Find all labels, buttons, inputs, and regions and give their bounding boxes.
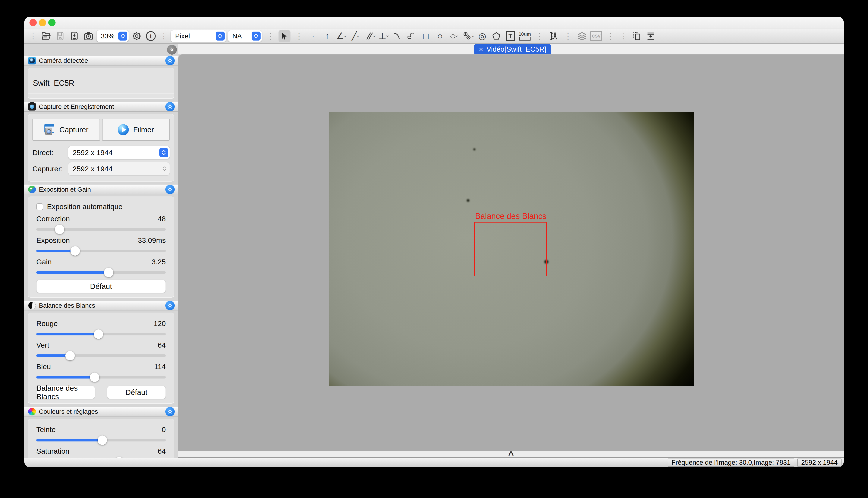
point-tool-button[interactable]: · xyxy=(307,30,319,42)
white-balance-button[interactable]: Balance des Blancs xyxy=(36,386,95,399)
timed-capture-button[interactable] xyxy=(82,30,94,42)
scale-bar-icon: 10um xyxy=(519,32,531,41)
hue-slider-thumb[interactable] xyxy=(98,435,107,445)
camera-panel-header[interactable]: Caméra détectée xyxy=(24,56,178,66)
toolbar-divider: ⋮ xyxy=(533,32,545,40)
blue-slider-thumb[interactable] xyxy=(90,372,99,382)
pointer-tool-button[interactable] xyxy=(279,30,291,42)
capture-button[interactable]: Capturer xyxy=(33,119,100,141)
slider-value: 48 xyxy=(158,215,166,223)
collapse-panel-button[interactable] xyxy=(165,102,175,112)
bottom-panel-strip: ^ xyxy=(178,451,844,458)
layers-button[interactable] xyxy=(576,30,588,42)
rectangle-tool-button[interactable]: □ xyxy=(420,30,432,42)
polygon-tool-button[interactable] xyxy=(490,30,502,42)
arrow-tool-button[interactable]: ↑ xyxy=(321,30,333,42)
circle-tool-button[interactable]: ○ xyxy=(434,30,446,42)
white-balance-default-button[interactable]: Défaut xyxy=(107,386,166,399)
record-play-icon xyxy=(118,124,129,135)
red-slider-thumb[interactable] xyxy=(94,329,103,339)
arc-tool-button[interactable] xyxy=(392,30,404,42)
collapse-panel-button[interactable] xyxy=(165,56,175,65)
sidebar-top-strip: « xyxy=(24,44,178,56)
blue-slider-group: Bleu 114 xyxy=(36,363,166,379)
measurements-tool-button[interactable] xyxy=(547,30,559,42)
dust-speck xyxy=(473,148,475,150)
text-tool-button[interactable]: T xyxy=(505,30,516,42)
hue-slider-track[interactable] xyxy=(36,439,166,442)
video-tab[interactable]: × Vidéo[Swift_EC5R] xyxy=(474,44,551,54)
zoom-stepper[interactable] xyxy=(118,31,127,41)
slider-fill xyxy=(36,271,109,274)
live-resolution-value: 2592 x 1944 xyxy=(73,148,113,157)
ellipse-tool-button[interactable]: ○› xyxy=(448,30,460,42)
toolbar-divider: ⋮ xyxy=(562,32,574,40)
curve-tool-button[interactable] xyxy=(406,30,418,42)
slider-label: Saturation xyxy=(36,447,69,455)
auto-exposure-checkbox[interactable] xyxy=(36,204,43,210)
resolution-status: 2592 x 1944 xyxy=(797,459,842,467)
minimize-window-button[interactable] xyxy=(39,19,46,26)
red-slider-track[interactable] xyxy=(36,333,166,336)
collapse-panel-button[interactable] xyxy=(165,301,175,310)
capture-panel-header[interactable]: Capture et Enregistrement xyxy=(24,102,178,112)
live-video-frame[interactable]: Balance des Blancs xyxy=(329,112,694,386)
green-slider-thumb[interactable] xyxy=(65,351,75,361)
na-select-value: NA xyxy=(232,32,242,40)
text-tool-icon: T xyxy=(506,31,515,41)
close-tab-icon[interactable]: × xyxy=(479,45,483,53)
saturation-slider-group: Saturation 64 xyxy=(36,447,166,458)
line-tool-button[interactable]: ╱› xyxy=(349,30,361,42)
zoom-window-button[interactable] xyxy=(48,19,55,26)
sidebar-collapse-button[interactable]: « xyxy=(167,45,177,55)
unit-stepper[interactable] xyxy=(216,31,225,41)
record-button[interactable]: Filmer xyxy=(102,119,169,141)
white-balance-roi-rect[interactable]: Balance des Blancs xyxy=(474,222,547,276)
info-button[interactable]: i xyxy=(145,30,157,42)
auto-exposure-label: Exposition automatique xyxy=(47,202,123,211)
correction-slider-thumb[interactable] xyxy=(55,225,64,234)
exposure-default-button[interactable]: Défaut xyxy=(36,280,166,293)
parallel-lines-tool-button[interactable]: › xyxy=(363,30,375,42)
blue-slider-track[interactable] xyxy=(36,376,166,379)
live-resolution-stepper[interactable] xyxy=(159,148,168,157)
gain-slider-track[interactable] xyxy=(36,271,166,274)
snap-resolution-select[interactable]: 2592 x 1944 xyxy=(68,162,169,175)
camera-icon xyxy=(28,103,36,110)
settings-gear-button[interactable] xyxy=(131,30,143,42)
save-button[interactable] xyxy=(54,30,66,42)
collapse-panel-button[interactable] xyxy=(165,407,175,416)
perpendicular-tool-button[interactable]: ⊥› xyxy=(378,30,390,42)
concentric-circles-tool-button[interactable]: ◎ xyxy=(476,30,488,42)
scale-bar-tool-button[interactable]: 10um xyxy=(519,30,531,42)
angle-tool-button[interactable]: ∠› xyxy=(335,30,347,42)
annulus-tool-button[interactable]: › xyxy=(462,30,474,42)
na-select[interactable]: NA xyxy=(228,30,262,42)
title-bar xyxy=(24,17,844,29)
white-balance-panel-header[interactable]: Balance des Blancs xyxy=(24,301,178,311)
color-panel-header[interactable]: Couleurs et réglages xyxy=(24,407,178,417)
exposure-slider-track[interactable] xyxy=(36,250,166,252)
video-canvas[interactable]: Balance des Blancs xyxy=(178,54,844,451)
duplicate-button[interactable] xyxy=(631,30,643,42)
exposure-panel-header[interactable]: Exposition et Gain xyxy=(24,185,178,194)
gain-slider-thumb[interactable] xyxy=(104,268,113,277)
control-sidebar: « Caméra détectée Swift_EC5R xyxy=(24,44,178,458)
slider-fill xyxy=(36,354,70,357)
unit-select[interactable]: Pixel xyxy=(171,30,226,42)
camera-name-item[interactable]: Swift_EC5R xyxy=(31,73,171,93)
green-slider-track[interactable] xyxy=(36,354,166,357)
flatten-export-button[interactable] xyxy=(645,30,657,42)
zoom-select[interactable]: 33% xyxy=(97,30,129,42)
export-csv-button[interactable]: CSV xyxy=(590,30,602,42)
correction-slider-track[interactable] xyxy=(36,228,166,231)
content-area: « Caméra détectée Swift_EC5R xyxy=(24,44,844,458)
live-resolution-select[interactable]: 2592 x 1944 xyxy=(68,146,169,159)
exposure-slider-thumb[interactable] xyxy=(71,246,80,255)
na-stepper[interactable] xyxy=(252,31,260,41)
open-file-button[interactable] xyxy=(40,30,52,42)
close-window-button[interactable] xyxy=(29,19,37,26)
frame-info-status: Fréquence de l'Image: 30.0,Image: 7831 xyxy=(668,459,794,467)
collapse-panel-button[interactable] xyxy=(165,185,175,194)
burst-capture-button[interactable] xyxy=(68,30,80,42)
